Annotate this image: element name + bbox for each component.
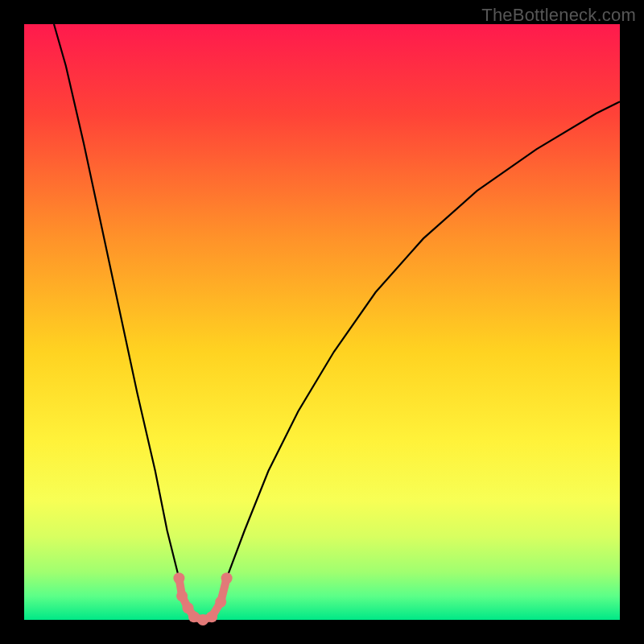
accent-dot — [206, 611, 217, 622]
chart-stage: TheBottleneck.com — [0, 0, 644, 644]
accent-dot — [173, 572, 184, 584]
bottleneck-chart — [0, 0, 644, 644]
watermark-text: TheBottleneck.com — [481, 5, 636, 26]
accent-dot — [176, 590, 188, 601]
accent-dot — [221, 572, 233, 584]
plot-background — [24, 24, 620, 620]
accent-dot — [215, 597, 226, 608]
